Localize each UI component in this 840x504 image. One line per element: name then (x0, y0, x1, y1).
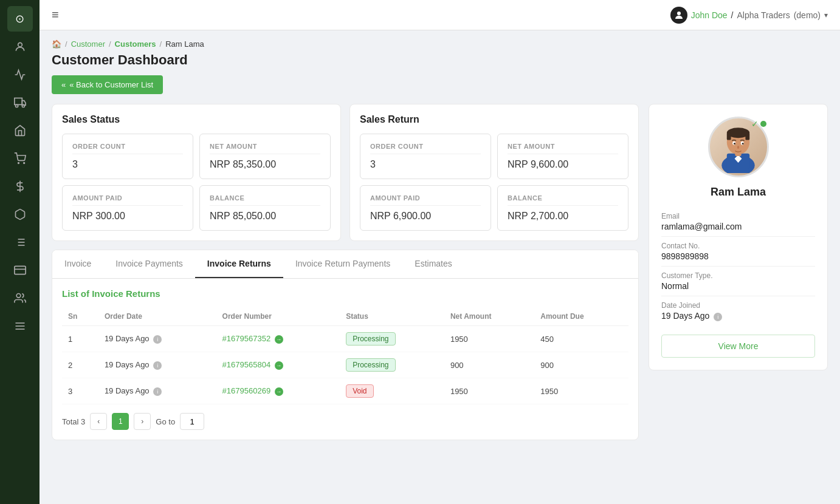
order-number-link[interactable]: #1679560269 (222, 386, 271, 395)
order-number-icon[interactable]: → (275, 387, 283, 396)
sidebar-item-dashboard[interactable]: ⊙ (7, 6, 33, 32)
col-net-amount: Net Amount (444, 307, 534, 326)
avatar (670, 7, 687, 24)
tabs-section: Invoice Invoice Payments Invoice Returns… (52, 250, 639, 440)
order-number-link[interactable]: #1679565804 (222, 360, 271, 369)
status-dot (760, 121, 766, 127)
user-name: John Doe (691, 10, 728, 20)
sidebar-item-users[interactable] (7, 34, 33, 60)
sidebar-item-delivery[interactable] (7, 90, 33, 115)
sidebar-item-reports[interactable] (7, 230, 33, 255)
chevron-down-icon[interactable]: ▾ (824, 11, 828, 19)
sidebar-item-analytics[interactable] (7, 62, 33, 87)
balance-label: BALANCE (210, 194, 320, 206)
svg-point-15 (16, 294, 21, 298)
user-separator: / (731, 10, 734, 20)
cell-order-number: #1679567352 → (216, 326, 340, 352)
tab-estimates[interactable]: Estimates (402, 250, 464, 278)
svg-rect-1 (14, 98, 21, 105)
tab-content: List of Invoice Returns Sn Order Date Or… (52, 279, 638, 440)
goto-label: Go to (156, 417, 175, 426)
svg-point-30 (734, 143, 735, 145)
status-check-icon: ✓ (751, 119, 759, 129)
sidebar: ⊙ (0, 0, 40, 504)
order-number-icon[interactable]: → (275, 361, 283, 370)
dashboard-left: Sales Status ORDER COUNT 3 NET AMOUNT NR… (52, 104, 639, 440)
return-net-amount-card: NET AMOUNT NRP 9,600.00 (497, 134, 628, 179)
sidebar-item-team[interactable] (7, 285, 33, 311)
net-amount-value: NRP 85,350.00 (210, 159, 320, 170)
type-value: Normal (661, 281, 815, 291)
cell-order-number: #1679560269 → (216, 378, 340, 404)
svg-point-2 (15, 104, 18, 107)
balance-value: NRP 85,050.00 (210, 211, 320, 222)
breadcrumb-customers[interactable]: Customers (115, 39, 156, 49)
page-title: Customer Dashboard (52, 52, 828, 68)
return-order-count-value: 3 (370, 159, 481, 170)
page-content: 🏠 / Customer / Customers / Ram Lama Cust… (40, 30, 840, 504)
sidebar-item-payments[interactable] (7, 257, 33, 283)
order-date-info-icon[interactable]: i (153, 335, 162, 344)
tabs-bar: Invoice Invoice Payments Invoice Returns… (52, 250, 638, 279)
pagination-total: Total 3 (62, 417, 85, 426)
back-label: « Back to Customer List (69, 80, 153, 89)
col-sn: Sn (62, 307, 98, 326)
goto-input[interactable] (180, 413, 204, 430)
return-net-amount-value: NRP 9,600.00 (508, 159, 618, 170)
sidebar-item-store[interactable] (7, 118, 33, 143)
order-number-link[interactable]: #1679567352 (222, 334, 271, 343)
topbar-left: ≡ (52, 8, 59, 22)
type-row: Customer Type. Normal (661, 267, 815, 296)
col-order-number: Order Number (216, 307, 340, 326)
svg-point-19 (677, 12, 681, 15)
joined-info-icon[interactable]: i (714, 313, 722, 321)
pagination-page-1[interactable]: 1 (112, 413, 129, 430)
return-balance-label: BALANCE (508, 194, 618, 206)
pagination: Total 3 ‹ 1 › Go to (62, 413, 628, 430)
view-more-button[interactable]: View More (661, 335, 815, 358)
return-order-count-card: ORDER COUNT 3 (360, 134, 491, 179)
profile-column: ✓ Ram Lama Email ramlama@gmail.com Conta… (649, 104, 828, 440)
cell-amount-due: 900 (534, 352, 628, 378)
order-date-info-icon[interactable]: i (153, 361, 162, 370)
order-number-icon[interactable]: → (275, 335, 283, 344)
order-date-info-icon[interactable]: i (153, 387, 162, 396)
amount-paid-value: NRP 300.00 (72, 211, 183, 222)
balance-card: BALANCE NRP 85,050.00 (199, 185, 331, 231)
tab-invoice-returns[interactable]: Invoice Returns (195, 250, 283, 278)
hamburger-menu[interactable]: ≡ (52, 8, 59, 22)
svg-point-32 (737, 145, 739, 148)
cell-net-amount: 900 (444, 352, 534, 378)
cell-net-amount: 1950 (444, 326, 534, 352)
svg-rect-26 (727, 132, 731, 140)
pagination-next[interactable]: › (134, 413, 151, 430)
sidebar-item-cart[interactable] (7, 146, 33, 171)
svg-point-4 (18, 163, 19, 164)
cell-order-date: 19 Days Ago i (98, 352, 216, 378)
cell-amount-due: 450 (534, 326, 628, 352)
svg-point-0 (18, 43, 22, 47)
breadcrumb-home-icon[interactable]: 🏠 (52, 39, 61, 49)
svg-point-3 (22, 104, 24, 107)
cell-status: Void (340, 378, 444, 404)
sidebar-item-list[interactable] (7, 313, 33, 339)
tab-invoice-payments[interactable]: Invoice Payments (103, 250, 195, 278)
profile-name: Ram Lama (711, 186, 766, 199)
table-row: 1 19 Days Ago i #1679567352 → Processing… (62, 326, 628, 352)
return-net-amount-label: NET AMOUNT (508, 143, 618, 154)
amount-paid-label: AMOUNT PAID (72, 194, 183, 206)
cell-order-number: #1679565804 → (216, 352, 340, 378)
tab-invoice[interactable]: Invoice (52, 250, 103, 278)
return-order-count-label: ORDER COUNT (370, 143, 481, 154)
sidebar-item-inventory[interactable] (7, 202, 33, 227)
user-info: John Doe / Alpha Traders (demo) ▾ (670, 7, 828, 24)
sidebar-item-finance[interactable] (7, 174, 33, 199)
type-label: Customer Type. (661, 271, 815, 280)
pagination-prev[interactable]: ‹ (90, 413, 107, 430)
breadcrumb: 🏠 / Customer / Customers / Ram Lama (52, 39, 828, 49)
tab-invoice-return-payments[interactable]: Invoice Return Payments (283, 250, 402, 278)
svg-point-5 (23, 163, 24, 164)
back-to-customer-list-button[interactable]: « « Back to Customer List (52, 75, 163, 94)
back-icon: « (61, 80, 66, 89)
breadcrumb-customer[interactable]: Customer (71, 39, 105, 49)
